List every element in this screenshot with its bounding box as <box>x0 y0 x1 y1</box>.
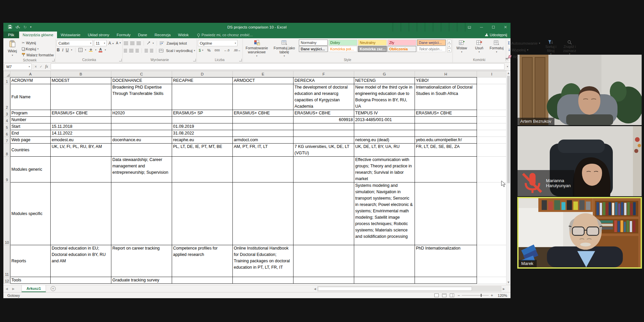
style-tekst-objasnienia[interactable]: Tekst objaśn... <box>417 46 446 52</box>
insert-function-icon[interactable]: fx <box>45 64 48 69</box>
cell-D10[interactable] <box>172 182 233 245</box>
format-as-table-button[interactable]: Formatuj jako tabelę▾ <box>271 39 298 57</box>
collapse-ribbon-icon[interactable] <box>505 58 508 61</box>
cell-B11[interactable]: Doctoral education in EU; Doctoral educa… <box>51 245 111 277</box>
cell-E5[interactable] <box>233 123 293 130</box>
formula-input[interactable] <box>51 63 504 70</box>
font-color-icon[interactable]: A <box>99 48 102 52</box>
cell-C6[interactable] <box>111 130 172 137</box>
cell-I10[interactable] <box>477 182 506 245</box>
cell-B3[interactable]: ERASMUS+ CBHE <box>51 110 111 117</box>
cell-A6[interactable]: End <box>10 130 51 137</box>
tell-me-box[interactable]: Powiedz mi, co chcesz zrobić... <box>197 32 253 38</box>
cell-E12[interactable] <box>233 277 293 284</box>
vertical-scroll-thumb[interactable] <box>507 76 510 183</box>
cell-B12[interactable] <box>51 277 111 284</box>
increase-indent-icon[interactable] <box>150 49 153 52</box>
row-header-2[interactable]: 2 <box>4 84 10 110</box>
cell-D3[interactable]: ERASMUS+ SP <box>172 110 233 117</box>
cell-F9[interactable] <box>293 157 354 182</box>
merge-center-icon[interactable] <box>159 48 163 54</box>
find-select-button[interactable]: Znajdź i zaznacz▾ <box>561 39 578 55</box>
tab-dane[interactable]: Dane <box>134 32 151 38</box>
cell-A3[interactable]: Program <box>10 110 51 117</box>
cell-H2[interactable]: Internationalization of Doctoral Studies… <box>415 84 477 110</box>
cell-B10[interactable] <box>51 182 111 245</box>
cell-A1[interactable]: ACRONYM <box>10 77 51 84</box>
row-header-11[interactable]: 11 <box>4 245 10 277</box>
add-sheet-icon[interactable]: + <box>51 286 56 291</box>
dialog-launcher-icon[interactable] <box>239 59 242 61</box>
scroll-up-icon[interactable]: ▲ <box>506 71 511 75</box>
row-header-7[interactable]: 7 <box>4 137 10 144</box>
tab-formuly[interactable]: Formuły <box>113 32 135 38</box>
name-box[interactable]: M7 ▾ <box>5 63 32 70</box>
cell-E7[interactable]: armdoct.com <box>233 137 293 144</box>
cell-F3[interactable]: ERASMUS+ CBHE <box>293 110 354 117</box>
expand-formula-bar-icon[interactable]: ▾ <box>506 65 509 68</box>
tab-widok[interactable]: Widok <box>174 32 193 38</box>
cell-G6[interactable] <box>354 130 415 137</box>
cell-A11[interactable]: Reports <box>10 245 51 277</box>
cell-G11[interactable] <box>354 245 415 277</box>
cancel-icon[interactable]: × <box>35 64 37 69</box>
column-header-F[interactable]: F <box>293 71 354 77</box>
cell-G2[interactable]: New model of the third cycle in engineer… <box>354 84 415 110</box>
cell-G1[interactable]: NETCENG <box>354 77 415 84</box>
cell-E10[interactable] <box>233 182 293 245</box>
wrap-text-button[interactable]: Zawijaj tekst <box>166 41 188 46</box>
wrap-text-icon[interactable] <box>160 40 164 46</box>
cell-I5[interactable] <box>477 123 506 130</box>
participant-tile-2[interactable]: Marianna Harutyunyan <box>518 126 642 196</box>
cell-G9[interactable]: Effective communication with groups; The… <box>354 157 415 182</box>
cell-A8[interactable]: Countries <box>10 144 51 157</box>
increase-decimal-icon[interactable]: ←.0 <box>223 47 230 53</box>
cell-A10[interactable]: Modules specific <box>10 182 51 245</box>
cell-D5[interactable]: 01.09.2019 <box>172 123 233 130</box>
align-left-icon[interactable] <box>124 49 127 52</box>
cut-button[interactable]: ✂Wytnij <box>21 40 54 46</box>
cell-H12[interactable] <box>415 277 477 284</box>
style-zly[interactable]: Zły <box>387 40 416 46</box>
cell-D4[interactable] <box>172 117 233 123</box>
cell-C12[interactable]: Graduate tracking survey <box>111 277 172 284</box>
cell-G10[interactable]: Systems modeling and simulation; Navigat… <box>354 182 415 245</box>
cell-E9[interactable] <box>233 157 293 182</box>
sheet-tab-arkusz1[interactable]: Arkusz1 <box>21 285 46 292</box>
row-header-5[interactable]: 5 <box>4 123 10 130</box>
cell-D7[interactable]: recaphe.eu <box>172 137 233 144</box>
normal-view-icon[interactable] <box>434 293 439 297</box>
cell-F10[interactable] <box>293 182 354 245</box>
number-format-select[interactable]: Ogólne▾ <box>198 40 237 46</box>
cell-I12[interactable] <box>477 277 506 284</box>
fill-color-icon[interactable] <box>89 47 93 53</box>
column-header-I[interactable]: I <box>477 71 506 77</box>
cell-C3[interactable]: H2020 <box>111 110 172 117</box>
autosum-button[interactable]: ΣAutosumowanie▾ <box>507 40 541 46</box>
scroll-left-icon[interactable]: ◀ <box>313 286 317 291</box>
bold-icon[interactable]: B <box>57 48 60 52</box>
cell-B7[interactable]: emodest.eu <box>51 137 111 144</box>
percent-format-icon[interactable]: % <box>207 47 211 53</box>
cell-I11[interactable] <box>477 245 506 277</box>
style-dobry[interactable]: Dobry <box>328 40 357 46</box>
cell-A4[interactable]: Number <box>10 117 51 123</box>
style-obliczenia[interactable]: Obliczenia <box>387 46 416 52</box>
cell-E4[interactable] <box>233 117 293 123</box>
cell-I1[interactable] <box>477 77 506 84</box>
save-icon[interactable] <box>8 24 12 30</box>
cell-H4[interactable] <box>415 117 477 123</box>
style-komorka-polaczona[interactable]: Komórka poł... <box>328 46 357 52</box>
cell-A9[interactable]: Modules generic <box>10 157 51 182</box>
comma-format-icon[interactable]: 000 <box>214 47 221 53</box>
cell-A5[interactable]: Start <box>10 123 51 130</box>
undo-icon[interactable]: ↺▾ <box>15 25 20 29</box>
zoom-slider-thumb[interactable] <box>481 294 482 297</box>
align-middle-icon[interactable] <box>130 42 135 45</box>
cell-D6[interactable]: 31.08.2022 <box>172 130 233 137</box>
cell-C11[interactable]: Report on career tracking <box>111 245 172 277</box>
cell-G4[interactable]: 2013-4485/001-001 <box>354 117 415 123</box>
row-header-8[interactable]: 8 <box>4 144 10 157</box>
gallery-up-icon[interactable]: ▴ <box>447 40 451 44</box>
row-header-3[interactable]: 3 <box>4 110 10 117</box>
